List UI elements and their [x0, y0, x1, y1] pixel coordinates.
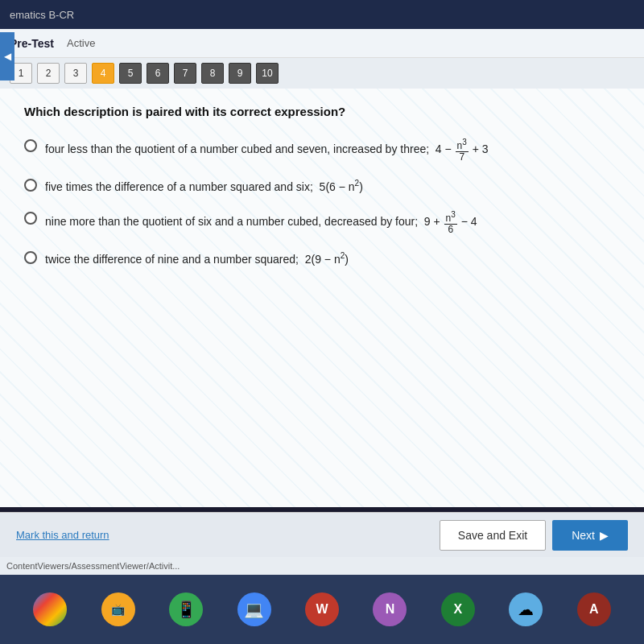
taskbar-icon-3[interactable]: 📱 [169, 592, 203, 626]
options-list: four less than the quotient of a number … [24, 138, 620, 268]
option-2[interactable]: five times the difference of a number sq… [24, 177, 620, 196]
pre-test-label: Pre-Test [10, 37, 54, 50]
option-4[interactable]: twice the difference of nine and a numbe… [24, 250, 620, 268]
option-3[interactable]: nine more than the quotient of six and a… [24, 210, 620, 235]
nav-btn-10[interactable]: 10 [256, 63, 279, 84]
taskbar-icon-2[interactable]: 📺 [101, 592, 135, 626]
fraction-1: n3 7 [456, 138, 469, 163]
taskbar-icon-7[interactable]: X [441, 592, 475, 626]
sub-header: Pre-Test Active [0, 29, 644, 58]
option-1[interactable]: four less than the quotient of a number … [24, 138, 620, 163]
radio-2[interactable] [24, 179, 37, 192]
option-4-text: twice the difference of nine and a numbe… [45, 250, 349, 268]
nav-btn-2[interactable]: 2 [37, 63, 60, 84]
nav-btn-9[interactable]: 9 [229, 63, 251, 84]
option-1-text: four less than the quotient of a number … [45, 138, 489, 163]
bottom-bar: Mark this and return Save and Exit Next … [0, 512, 644, 557]
nav-btn-5[interactable]: 5 [119, 63, 142, 84]
next-label: Next [572, 529, 595, 542]
taskbar-icon-5[interactable]: W [305, 592, 339, 626]
question-nav-bar: 1 2 3 4 5 6 7 8 9 10 [0, 58, 644, 89]
top-bar-title: ematics B-CR [10, 9, 74, 21]
left-sidebar-arrow[interactable]: ◀ [0, 32, 14, 80]
taskbar-icon-9[interactable]: A [577, 592, 611, 626]
next-button[interactable]: Next ▶ [552, 520, 628, 551]
url-text: ContentViewers/AssessmentViewer/Activit.… [6, 561, 180, 571]
nav-btn-8[interactable]: 8 [201, 63, 224, 84]
nav-btn-4[interactable]: 4 [92, 63, 114, 84]
fraction-2: n3 6 [444, 210, 457, 235]
nav-btn-6[interactable]: 6 [147, 63, 169, 84]
chrome-icon[interactable] [33, 592, 67, 626]
option-2-text: five times the difference of a number sq… [45, 177, 363, 196]
radio-4[interactable] [24, 251, 37, 264]
save-exit-button[interactable]: Save and Exit [440, 520, 546, 551]
system-taskbar: 📺 📱 💻 W N X ☁ A [0, 575, 644, 644]
taskbar-icon-8[interactable]: ☁ [509, 592, 543, 626]
question-text: Which description is paired with its cor… [24, 105, 620, 118]
taskbar-icon-6[interactable]: N [373, 592, 407, 626]
top-bar: ematics B-CR [0, 0, 644, 29]
option-3-text: nine more than the quotient of six and a… [45, 210, 477, 235]
radio-3[interactable] [24, 212, 37, 225]
nav-btn-7[interactable]: 7 [174, 63, 196, 84]
mark-return-link[interactable]: Mark this and return [16, 529, 109, 541]
main-content: Which description is paired with its cor… [0, 89, 644, 507]
taskbar-icon-4[interactable]: 💻 [237, 592, 271, 626]
next-arrow-icon: ▶ [600, 529, 609, 542]
bottom-buttons: Save and Exit Next ▶ [440, 520, 628, 551]
radio-1[interactable] [24, 139, 37, 152]
status-badge: Active [67, 37, 95, 49]
url-bar: ContentViewers/AssessmentViewer/Activit.… [0, 557, 644, 575]
nav-btn-3[interactable]: 3 [64, 63, 87, 84]
